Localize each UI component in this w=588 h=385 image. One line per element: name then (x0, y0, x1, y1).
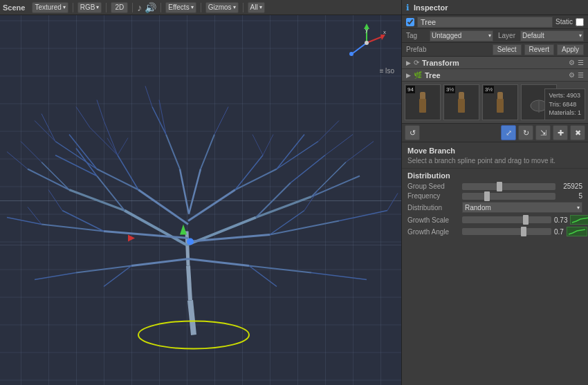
scene-title: Scene (3, 3, 25, 12)
svg-line-56 (325, 135, 353, 156)
svg-line-46 (166, 135, 180, 169)
revert-btn[interactable]: Revert (524, 44, 554, 55)
tris-stat: Tris: 6848 (549, 100, 581, 109)
frequency-slider[interactable] (462, 193, 555, 200)
svg-line-37 (131, 259, 188, 266)
svg-line-28 (235, 156, 263, 190)
tree-gear-icon: ⚙ (569, 71, 575, 79)
object-name-input[interactable] (417, 17, 553, 28)
static-checkbox[interactable] (576, 18, 584, 26)
static-label: Static (555, 18, 573, 26)
svg-line-60 (76, 107, 90, 128)
refresh-icon[interactable]: ↺ (405, 125, 420, 140)
growth-scale-curve[interactable] (570, 215, 588, 225)
move-branch-desc: Select a branch spline point and drag to… (407, 156, 582, 165)
group-seed-slider[interactable] (462, 183, 555, 190)
scale-tool-btn[interactable]: ⇲ (535, 125, 551, 140)
tree-arrow-icon: ▶ (406, 72, 411, 79)
audio-icon: ♪ (137, 2, 142, 13)
svg-line-35 (339, 211, 387, 221)
svg-line-67 (48, 190, 62, 211)
tag-layer-row: Tag Untagged Layer Default (402, 29, 588, 43)
thumbnail-area: 94 3½ 3½ (402, 82, 588, 123)
svg-line-23 (104, 121, 118, 156)
svg-point-72 (187, 238, 194, 245)
all-dropdown[interactable]: All (248, 2, 265, 13)
tree-svg (0, 15, 401, 385)
distribution-label: Distribution (407, 204, 459, 212)
stats-box: Verts: 4903 Tris: 6848 Materials: 1 (544, 88, 585, 120)
svg-line-61 (97, 100, 104, 121)
channel-dropdown[interactable]: RGB (77, 2, 102, 13)
tag-label: Tag (406, 32, 427, 39)
mode-btn[interactable]: 2D (111, 2, 128, 13)
svg-line-48 (189, 169, 201, 214)
svg-line-30 (42, 225, 104, 232)
select-btn[interactable]: Select (493, 44, 522, 55)
growth-scale-slider[interactable] (462, 216, 551, 223)
svg-line-25 (235, 169, 277, 190)
toolbar-sep-4 (160, 3, 161, 12)
transform-menu-icon: ☰ (578, 59, 584, 66)
thumbnail-3[interactable]: 3½ (482, 84, 518, 120)
svg-line-43 (311, 273, 367, 280)
layer-label: Layer (498, 32, 515, 39)
toolbar-sep-2 (106, 3, 107, 12)
tree-section-header[interactable]: ▶ 🌿 Tree ⚙ ☰ (402, 69, 588, 82)
svg-line-3 (187, 232, 188, 266)
svg-line-27 (277, 135, 304, 169)
distribution-title: Distribution (407, 171, 582, 180)
tree-leaf-icon: 🌿 (414, 71, 422, 79)
svg-line-7 (42, 162, 69, 190)
svg-point-80 (365, 41, 369, 45)
thumbnail-1[interactable]: 94 (405, 84, 441, 120)
transform-icon: ⟳ (414, 59, 419, 66)
svg-marker-70 (128, 235, 135, 242)
tag-dropdown[interactable]: Untagged (430, 30, 493, 41)
svg-line-55 (318, 121, 339, 142)
svg-line-58 (145, 86, 152, 107)
svg-line-15 (256, 183, 291, 218)
delete-tool-btn[interactable]: ✖ (570, 125, 585, 140)
growth-angle-row: Growth Angle 0.7 (407, 227, 582, 236)
effects-dropdown[interactable]: Effects (165, 2, 196, 13)
add-tool-btn[interactable]: ✚ (553, 125, 568, 140)
growth-angle-slider[interactable] (462, 228, 551, 235)
svg-line-47 (152, 107, 166, 135)
distribution-section: Distribution Group Seed 25925 Frequency … (402, 169, 588, 241)
frequency-label: Frequency (407, 192, 459, 200)
transform-section-header[interactable]: ▶ ⟳ Transform ⚙ ☰ (402, 57, 588, 69)
speaker-icon: 🔊 (145, 2, 156, 13)
shading-dropdown[interactable]: Textured (32, 2, 68, 13)
layer-dropdown[interactable]: Default (520, 30, 584, 41)
svg-line-45 (180, 169, 189, 214)
distribution-row: Distribution Random (407, 202, 582, 213)
move-tool-btn[interactable]: ⤢ (501, 125, 516, 140)
thumbnail-2[interactable]: 3½ (443, 84, 479, 120)
gizmos-dropdown[interactable]: Gizmos (205, 2, 239, 13)
apply-btn[interactable]: Apply (557, 44, 584, 55)
toolbar-sep-1 (73, 3, 73, 12)
thumb-badge-3: 3½ (484, 86, 494, 93)
growth-scale-label: Growth Scale (407, 216, 459, 224)
scene-viewport[interactable]: y x ≡ Iso (0, 15, 401, 385)
svg-line-19 (55, 142, 97, 169)
svg-line-6 (28, 169, 69, 190)
group-seed-row: Group Seed 25925 (407, 182, 582, 190)
svg-line-49 (201, 135, 214, 169)
svg-line-66 (304, 190, 318, 211)
svg-line-12 (256, 197, 311, 218)
distribution-dropdown[interactable]: Random (462, 202, 582, 213)
thumb-row-1: 94 3½ 3½ (405, 84, 585, 120)
active-checkbox[interactable] (406, 18, 414, 26)
growth-angle-curve[interactable] (567, 227, 587, 236)
inspector-icon: ℹ (406, 3, 410, 12)
svg-line-78 (353, 43, 367, 53)
svg-line-1 (190, 301, 194, 335)
toolbar-sep-3 (132, 3, 133, 12)
transform-arrow-icon: ▶ (406, 59, 411, 66)
rotate-tool-btn[interactable]: ↻ (518, 125, 533, 140)
svg-line-22 (90, 128, 118, 156)
inspector-panel: ℹ Inspector Static Tag Untagged Layer De… (401, 0, 588, 385)
svg-rect-86 (458, 99, 465, 113)
